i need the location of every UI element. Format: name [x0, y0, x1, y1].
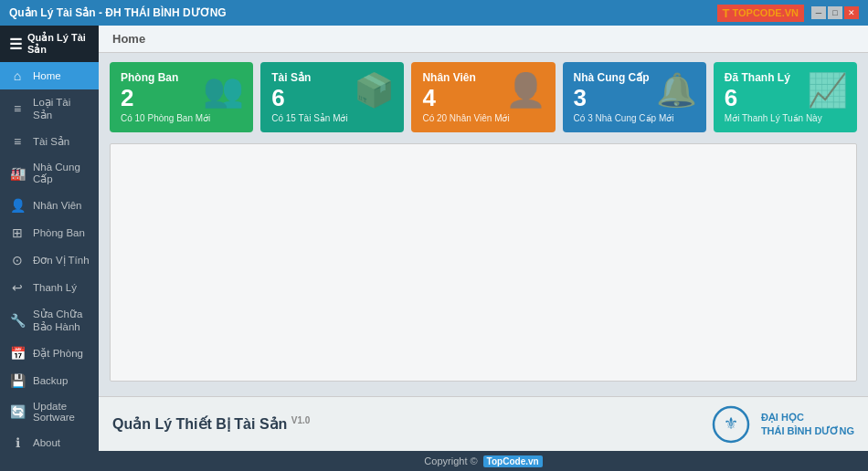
- menu-icon[interactable]: ☰: [9, 36, 22, 53]
- card-subtitle-da-thanh-ly: Mới Thanh Lý Tuần Này: [725, 113, 846, 123]
- nav-label-backup: Backup: [33, 375, 68, 386]
- sidebar-title: Quản Lý Tài Sản: [27, 32, 90, 56]
- nav-label-dat-phong: Đặt Phòng: [33, 347, 83, 360]
- user-icon: [505, 71, 546, 110]
- nav-label-phong-ban: Phòng Ban: [33, 227, 85, 238]
- university-logo: ⚜: [708, 403, 754, 445]
- home-icon: [9, 68, 26, 83]
- nav-label-tai-san: Tài Sản: [33, 135, 69, 148]
- info-icon: ℹ: [9, 435, 26, 450]
- nav-label-update: Update Sortware: [33, 401, 90, 423]
- bell-icon: [656, 71, 697, 110]
- update-icon: 🔄: [9, 404, 26, 419]
- box-icon: [354, 71, 395, 110]
- nav-label-loai-tai-san: Loại Tài Sản: [33, 96, 90, 121]
- app-layout: ☰ Quản Lý Tài Sản Home ≡ Loại Tài Sản ≡ …: [0, 26, 868, 471]
- card-subtitle-nha-cung-cap: Có 3 Nhà Cung Cấp Mới: [574, 113, 695, 123]
- sidebar: ☰ Quản Lý Tài Sản Home ≡ Loại Tài Sản ≡ …: [0, 26, 99, 471]
- window-controls[interactable]: ─ □ ✕: [811, 6, 859, 19]
- logo-svg: ⚜: [712, 405, 750, 444]
- card-number-nhan-vien: 4: [422, 86, 475, 110]
- card-subtitle-tai-san: Có 15 Tài Sản Mới: [271, 113, 393, 123]
- sidebar-item-backup[interactable]: 💾 Backup: [0, 367, 99, 394]
- backup-icon: 💾: [9, 373, 26, 388]
- card-number-da-thanh-ly: 6: [725, 86, 790, 110]
- brand-badge: TopCode.vn: [483, 455, 543, 467]
- card-number-tai-san: 6: [271, 86, 311, 110]
- university-name-line2: THÁI BÌNH DƯƠNG: [761, 424, 854, 437]
- supplier-icon: 🏭: [9, 166, 26, 181]
- repair-icon: 🔧: [9, 313, 26, 328]
- dept-icon: ⊞: [9, 225, 26, 240]
- main-content: Home Phòng Ban 2 Có 10 Phòng Ban Mới: [99, 26, 868, 471]
- footer-left: Quản Lý Thiết Bị Tài Sản V1.0: [112, 415, 310, 433]
- title-bar: Quản Lý Tài Sản - ĐH THÁI BÌNH DƯƠNG T T…: [0, 0, 868, 26]
- card-number-phong-ban: 2: [121, 86, 178, 110]
- card-title-da-thanh-ly: Đã Thanh Lý: [725, 71, 790, 84]
- content-header: Home: [99, 26, 868, 53]
- sidebar-item-home[interactable]: Home: [0, 62, 99, 89]
- sidebar-item-loai-tai-san[interactable]: ≡ Loại Tài Sản: [0, 89, 99, 128]
- nav-label-home: Home: [33, 70, 61, 81]
- nav-label-about: About: [33, 437, 60, 448]
- status-bar: Copyright © TopCode.vn: [99, 451, 868, 471]
- footer-logo: ⚜ ĐẠI HỌC THÁI BÌNH DƯƠNG: [708, 403, 854, 445]
- copyright-text: Copyright ©: [424, 455, 477, 466]
- footer-version: V1.0: [291, 415, 311, 425]
- card-title-phong-ban: Phòng Ban: [121, 71, 178, 84]
- nav-label-nha-cung-cap: Nhà Cung Cấp: [33, 162, 90, 185]
- book-icon: 📅: [9, 346, 26, 361]
- people-icon: [203, 71, 244, 110]
- sidebar-item-dat-phong[interactable]: 📅 Đặt Phòng: [0, 340, 99, 367]
- sidebar-item-sua-chua[interactable]: 🔧 Sửa Chữa Bảo Hành: [0, 301, 99, 340]
- card-tai-san: Tài Sản 6 Có 15 Tài Sản Mới: [260, 62, 404, 132]
- breadcrumb: Home: [112, 32, 145, 46]
- window-title: Quản Lý Tài Sản - ĐH THÁI BÌNH DƯƠNG: [9, 6, 227, 19]
- card-nha-cung-cap: Nhà Cung Cấp 3 Có 3 Nhà Cung Cấp Mới: [563, 62, 706, 132]
- cards-row: Phòng Ban 2 Có 10 Phòng Ban Mới Tài Sản …: [110, 62, 857, 132]
- sidebar-item-phong-ban[interactable]: ⊞ Phòng Ban: [0, 219, 99, 246]
- nav-label-nhan-vien: Nhân Viên: [33, 200, 82, 211]
- card-title-tai-san: Tài Sản: [271, 71, 311, 84]
- content-body: [110, 143, 857, 382]
- card-da-thanh-ly: Đã Thanh Lý 6 Mới Thanh Lý Tuần Này: [714, 62, 857, 132]
- sidebar-item-update[interactable]: 🔄 Update Sortware: [0, 394, 99, 429]
- sidebar-item-thanh-ly[interactable]: ↩ Thanh Lý: [0, 274, 99, 301]
- title-bar-left: Quản Lý Tài Sản - ĐH THÁI BÌNH DƯƠNG: [9, 6, 227, 19]
- nav-label-don-vi-tinh: Đơn Vị Tính: [33, 254, 90, 267]
- card-title-nhan-vien: Nhân Viên: [422, 71, 475, 84]
- footer: Quản Lý Thiết Bị Tài Sản V1.0 ⚜ ĐẠI HỌC …: [99, 396, 868, 451]
- topcode-logo: T TOPCODE.VN: [717, 5, 804, 22]
- sidebar-header: ☰ Quản Lý Tài Sản: [0, 26, 99, 62]
- unit-icon: ⊙: [9, 253, 26, 267]
- card-subtitle-phong-ban: Có 10 Phòng Ban Mới: [121, 113, 242, 123]
- card-subtitle-nhan-vien: Có 20 Nhân Viên Mới: [422, 113, 544, 123]
- sidebar-item-don-vi-tinh[interactable]: ⊙ Đơn Vị Tính: [0, 246, 99, 274]
- sidebar-item-about[interactable]: ℹ About: [0, 429, 99, 456]
- sidebar-item-tai-san[interactable]: ≡ Tài Sản: [0, 128, 99, 155]
- chart-icon: [807, 71, 848, 110]
- close-button[interactable]: ✕: [844, 6, 859, 19]
- sidebar-item-nhan-vien[interactable]: 👤 Nhân Viên: [0, 192, 99, 219]
- university-name-line1: ĐẠI HỌC: [761, 411, 854, 424]
- card-phong-ban: Phòng Ban 2 Có 10 Phòng Ban Mới: [110, 62, 253, 132]
- staff-icon: 👤: [9, 198, 26, 213]
- minimize-button[interactable]: ─: [811, 6, 826, 19]
- card-title-nha-cung-cap: Nhà Cung Cấp: [574, 71, 650, 84]
- asset-icon: ≡: [9, 134, 26, 149]
- maximize-button[interactable]: □: [828, 6, 842, 19]
- nav-label-sua-chua: Sửa Chữa Bảo Hành: [33, 308, 90, 333]
- card-number-nha-cung-cap: 3: [574, 86, 650, 110]
- tag-icon: ≡: [9, 101, 26, 116]
- sidebar-item-nha-cung-cap[interactable]: 🏭 Nhà Cung Cấp: [0, 155, 99, 192]
- nav-label-thanh-ly: Thanh Lý: [33, 282, 77, 293]
- card-nhan-vien: Nhân Viên 4 Có 20 Nhân Viên Mới: [411, 62, 555, 132]
- footer-title: Quản Lý Thiết Bị Tài Sản V1.0: [112, 416, 310, 432]
- svg-text:⚜: ⚜: [724, 414, 738, 433]
- dashboard-area: Phòng Ban 2 Có 10 Phòng Ban Mới Tài Sản …: [99, 53, 868, 396]
- dispose-icon: ↩: [9, 280, 26, 295]
